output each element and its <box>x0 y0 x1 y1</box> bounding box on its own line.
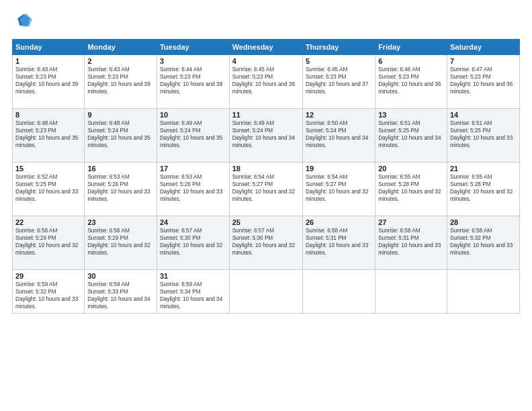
day-info: Sunrise: 6:46 AMSunset: 5:23 PMDaylight:… <box>378 66 444 95</box>
week-row-2: 8Sunrise: 6:48 AMSunset: 5:23 PMDaylight… <box>13 109 520 163</box>
day-info: Sunrise: 6:47 AMSunset: 5:23 PMDaylight:… <box>450 66 517 95</box>
day-cell-2: 2Sunrise: 6:43 AMSunset: 5:23 PMDaylight… <box>85 55 157 109</box>
day-number: 13 <box>378 111 444 119</box>
day-cell-26: 26Sunrise: 6:58 AMSunset: 5:31 PMDayligh… <box>302 216 375 270</box>
day-number: 7 <box>450 57 517 65</box>
header <box>12 12 520 34</box>
day-cell-18: 18Sunrise: 6:54 AMSunset: 5:27 PMDayligh… <box>229 163 302 216</box>
week-row-1: 1Sunrise: 6:43 AMSunset: 5:23 PMDaylight… <box>13 55 520 109</box>
day-cell-17: 17Sunrise: 6:53 AMSunset: 5:26 PMDayligh… <box>157 163 229 216</box>
day-cell-14: 14Sunrise: 6:51 AMSunset: 5:25 PMDayligh… <box>447 109 519 163</box>
day-cell-5: 5Sunrise: 6:45 AMSunset: 5:23 PMDaylight… <box>302 55 375 109</box>
day-info: Sunrise: 6:53 AMSunset: 5:26 PMDaylight:… <box>87 173 154 203</box>
day-info: Sunrise: 6:54 AMSunset: 5:27 PMDaylight:… <box>306 173 372 203</box>
day-number: 30 <box>87 272 154 280</box>
day-cell-12: 12Sunrise: 6:50 AMSunset: 5:24 PMDayligh… <box>302 109 375 163</box>
day-info: Sunrise: 6:57 AMSunset: 5:30 PMDaylight:… <box>232 227 300 257</box>
day-cell-22: 22Sunrise: 6:56 AMSunset: 5:29 PMDayligh… <box>13 216 85 270</box>
logo-icon <box>13 12 32 31</box>
weekday-header-saturday: Saturday <box>447 40 519 55</box>
day-cell-20: 20Sunrise: 6:55 AMSunset: 5:28 PMDayligh… <box>375 163 447 216</box>
day-number: 1 <box>15 57 81 65</box>
empty-cell <box>229 270 302 314</box>
day-number: 5 <box>306 57 372 65</box>
day-info: Sunrise: 6:58 AMSunset: 5:31 PMDaylight:… <box>378 227 444 257</box>
day-number: 26 <box>306 218 372 226</box>
day-cell-29: 29Sunrise: 6:59 AMSunset: 5:32 PMDayligh… <box>13 270 85 314</box>
weekday-header-sunday: Sunday <box>13 40 85 55</box>
day-number: 11 <box>232 111 300 119</box>
day-info: Sunrise: 6:56 AMSunset: 5:29 PMDaylight:… <box>87 227 154 257</box>
day-number: 25 <box>232 218 300 226</box>
day-info: Sunrise: 6:45 AMSunset: 5:23 PMDaylight:… <box>306 66 372 95</box>
day-info: Sunrise: 6:55 AMSunset: 5:28 PMDaylight:… <box>378 173 444 203</box>
day-cell-15: 15Sunrise: 6:52 AMSunset: 5:25 PMDayligh… <box>13 163 85 216</box>
day-number: 3 <box>160 57 226 65</box>
day-number: 20 <box>378 165 444 173</box>
weekday-header-friday: Friday <box>375 40 447 55</box>
day-info: Sunrise: 6:58 AMSunset: 5:32 PMDaylight:… <box>450 227 517 257</box>
day-info: Sunrise: 6:45 AMSunset: 5:23 PMDaylight:… <box>232 66 300 95</box>
day-number: 17 <box>160 165 226 173</box>
day-info: Sunrise: 6:51 AMSunset: 5:25 PMDaylight:… <box>450 120 517 149</box>
day-number: 4 <box>232 57 300 65</box>
day-cell-19: 19Sunrise: 6:54 AMSunset: 5:27 PMDayligh… <box>302 163 375 216</box>
day-number: 9 <box>87 111 154 119</box>
day-info: Sunrise: 6:59 AMSunset: 5:32 PMDaylight:… <box>15 281 81 310</box>
day-number: 21 <box>450 165 517 173</box>
day-cell-4: 4Sunrise: 6:45 AMSunset: 5:23 PMDaylight… <box>229 55 302 109</box>
day-info: Sunrise: 6:59 AMSunset: 5:33 PMDaylight:… <box>87 281 154 310</box>
day-number: 24 <box>160 218 226 226</box>
day-info: Sunrise: 6:43 AMSunset: 5:23 PMDaylight:… <box>87 66 154 95</box>
day-info: Sunrise: 6:48 AMSunset: 5:24 PMDaylight:… <box>87 120 154 149</box>
day-cell-11: 11Sunrise: 6:49 AMSunset: 5:24 PMDayligh… <box>229 109 302 163</box>
day-info: Sunrise: 6:54 AMSunset: 5:27 PMDaylight:… <box>232 173 300 203</box>
day-number: 18 <box>232 165 300 173</box>
empty-cell <box>302 270 375 314</box>
weekday-header-monday: Monday <box>85 40 157 55</box>
day-info: Sunrise: 6:56 AMSunset: 5:29 PMDaylight:… <box>15 227 81 257</box>
day-cell-10: 10Sunrise: 6:49 AMSunset: 5:24 PMDayligh… <box>157 109 229 163</box>
day-cell-3: 3Sunrise: 6:44 AMSunset: 5:23 PMDaylight… <box>157 55 229 109</box>
day-cell-25: 25Sunrise: 6:57 AMSunset: 5:30 PMDayligh… <box>229 216 302 270</box>
empty-cell <box>375 270 447 314</box>
page: SundayMondayTuesdayWednesdayThursdayFrid… <box>0 0 532 411</box>
day-number: 31 <box>160 272 226 280</box>
day-number: 29 <box>15 272 81 280</box>
day-number: 16 <box>87 165 154 173</box>
day-cell-24: 24Sunrise: 6:57 AMSunset: 5:30 PMDayligh… <box>157 216 229 270</box>
day-info: Sunrise: 6:55 AMSunset: 5:28 PMDaylight:… <box>450 173 517 203</box>
day-cell-28: 28Sunrise: 6:58 AMSunset: 5:32 PMDayligh… <box>447 216 519 270</box>
day-cell-9: 9Sunrise: 6:48 AMSunset: 5:24 PMDaylight… <box>85 109 157 163</box>
day-number: 15 <box>15 165 81 173</box>
day-number: 14 <box>450 111 517 119</box>
day-cell-23: 23Sunrise: 6:56 AMSunset: 5:29 PMDayligh… <box>85 216 157 270</box>
day-cell-13: 13Sunrise: 6:51 AMSunset: 5:25 PMDayligh… <box>375 109 447 163</box>
day-info: Sunrise: 6:49 AMSunset: 5:24 PMDaylight:… <box>232 120 300 149</box>
day-info: Sunrise: 6:43 AMSunset: 5:23 PMDaylight:… <box>15 66 81 95</box>
day-cell-7: 7Sunrise: 6:47 AMSunset: 5:23 PMDaylight… <box>447 55 519 109</box>
day-cell-21: 21Sunrise: 6:55 AMSunset: 5:28 PMDayligh… <box>447 163 519 216</box>
day-info: Sunrise: 6:52 AMSunset: 5:25 PMDaylight:… <box>15 173 81 203</box>
day-info: Sunrise: 6:58 AMSunset: 5:31 PMDaylight:… <box>306 227 372 257</box>
day-cell-6: 6Sunrise: 6:46 AMSunset: 5:23 PMDaylight… <box>375 55 447 109</box>
day-number: 6 <box>378 57 444 65</box>
day-info: Sunrise: 6:50 AMSunset: 5:24 PMDaylight:… <box>306 120 372 149</box>
week-row-4: 22Sunrise: 6:56 AMSunset: 5:29 PMDayligh… <box>13 216 520 270</box>
logo <box>12 12 32 34</box>
weekday-header-tuesday: Tuesday <box>157 40 229 55</box>
day-cell-16: 16Sunrise: 6:53 AMSunset: 5:26 PMDayligh… <box>85 163 157 216</box>
day-cell-1: 1Sunrise: 6:43 AMSunset: 5:23 PMDaylight… <box>13 55 85 109</box>
calendar: SundayMondayTuesdayWednesdayThursdayFrid… <box>12 39 520 314</box>
day-number: 23 <box>87 218 154 226</box>
day-cell-31: 31Sunrise: 6:59 AMSunset: 5:34 PMDayligh… <box>157 270 229 314</box>
day-info: Sunrise: 6:59 AMSunset: 5:34 PMDaylight:… <box>160 281 226 310</box>
day-number: 27 <box>378 218 444 226</box>
day-number: 10 <box>160 111 226 119</box>
weekday-header-row: SundayMondayTuesdayWednesdayThursdayFrid… <box>13 40 520 55</box>
day-number: 19 <box>306 165 372 173</box>
day-cell-8: 8Sunrise: 6:48 AMSunset: 5:23 PMDaylight… <box>13 109 85 163</box>
week-row-3: 15Sunrise: 6:52 AMSunset: 5:25 PMDayligh… <box>13 163 520 216</box>
day-info: Sunrise: 6:57 AMSunset: 5:30 PMDaylight:… <box>160 227 226 257</box>
weekday-header-thursday: Thursday <box>302 40 375 55</box>
